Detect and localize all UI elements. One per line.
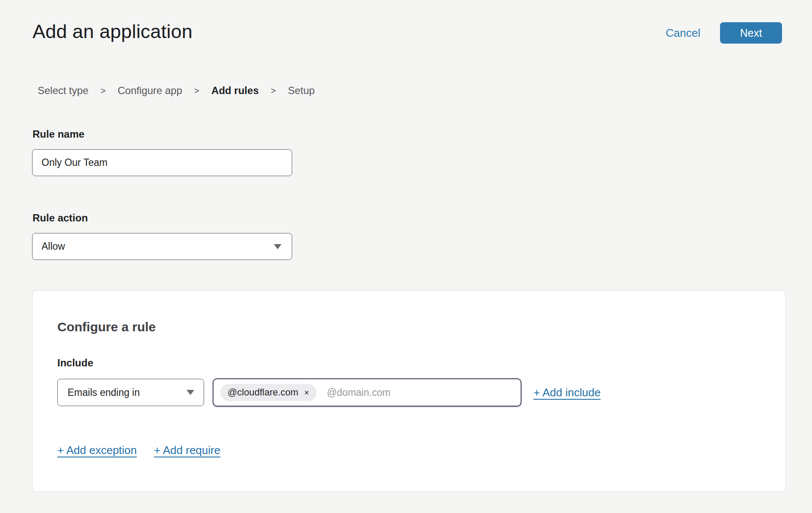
- step-separator: >: [271, 86, 276, 96]
- rule-action-value: Allow: [41, 241, 65, 252]
- configure-rule-card: Configure a rule Include Emails ending i…: [32, 290, 786, 492]
- step-configure-app[interactable]: Configure app: [118, 85, 182, 97]
- step-separator: >: [101, 86, 106, 96]
- chevron-down-icon: [274, 244, 282, 249]
- header-actions: Cancel Next: [666, 22, 782, 44]
- cancel-button[interactable]: Cancel: [666, 27, 700, 40]
- card-links: + Add exception + Add require: [57, 444, 220, 457]
- email-domain-entry[interactable]: [327, 387, 514, 398]
- rule-action-label: Rule action: [33, 212, 88, 224]
- card-heading: Configure a rule: [57, 320, 156, 334]
- email-domain-tag: @cloudflare.com ✕: [220, 384, 317, 401]
- step-add-rules[interactable]: Add rules: [211, 85, 259, 97]
- email-domains-input[interactable]: @cloudflare.com ✕: [213, 378, 522, 407]
- include-selector[interactable]: Emails ending in: [57, 379, 204, 406]
- chevron-down-icon: [187, 390, 194, 395]
- add-exception-link[interactable]: + Add exception: [57, 444, 137, 457]
- add-include-link[interactable]: + Add include: [533, 386, 601, 399]
- breadcrumb: Select type > Configure app > Add rules …: [38, 85, 315, 97]
- include-rule-row: Emails ending in @cloudflare.com ✕ + Add…: [57, 378, 601, 407]
- step-setup[interactable]: Setup: [288, 85, 315, 97]
- add-require-link[interactable]: + Add require: [154, 444, 220, 457]
- add-application-page: Add an application Cancel Next Select ty…: [0, 0, 812, 513]
- step-select-type[interactable]: Select type: [38, 85, 89, 97]
- page-title: Add an application: [33, 21, 193, 43]
- step-separator: >: [194, 86, 199, 96]
- include-selector-value: Emails ending in: [68, 387, 140, 398]
- rule-name-label: Rule name: [33, 128, 84, 140]
- include-label: Include: [57, 357, 93, 369]
- rule-name-input[interactable]: [32, 149, 292, 176]
- rule-action-select[interactable]: Allow: [32, 233, 292, 260]
- remove-tag-icon[interactable]: ✕: [304, 389, 309, 396]
- email-domain-tag-label: @cloudflare.com: [228, 387, 298, 398]
- next-button[interactable]: Next: [720, 22, 782, 44]
